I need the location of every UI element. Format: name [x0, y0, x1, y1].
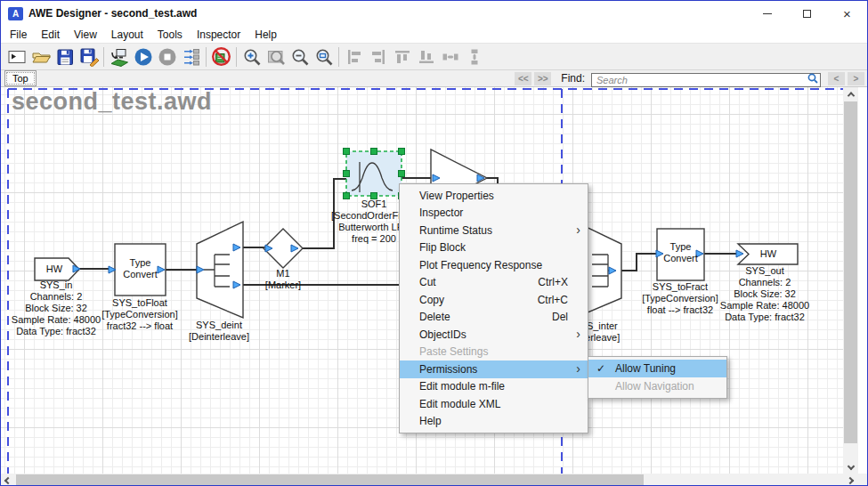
menu-item-edit-module-m-file[interactable]: Edit module m-file — [400, 378, 588, 396]
title-bar: A AWE Designer - second_test.awd × — [1, 1, 867, 26]
align-bottom-button[interactable] — [414, 45, 438, 69]
menu-item-plot-frequency-response[interactable]: Plot Frequency Response — [400, 256, 588, 274]
vertical-scrollbar[interactable] — [843, 87, 858, 474]
align-right-button[interactable] — [366, 45, 390, 69]
menu-item-delete[interactable]: DeleteDel — [400, 309, 588, 327]
zoom-in-icon — [242, 47, 262, 67]
scroll-right-button[interactable] — [843, 474, 857, 486]
submenu-arrow-icon: › — [576, 223, 580, 237]
zoom-in-button[interactable] — [239, 45, 264, 69]
zoom-window-button[interactable] — [312, 45, 336, 69]
menu-bar: File Edit View Layout Tools Inspector He… — [1, 26, 867, 43]
toolbar-separator — [338, 47, 339, 67]
menu-view[interactable]: View — [67, 28, 104, 41]
menu-edit[interactable]: Edit — [34, 28, 67, 41]
stop-icon — [158, 47, 177, 67]
toolbar-separator — [236, 47, 237, 67]
distribute-vertical-button[interactable] — [462, 45, 486, 69]
menu-item-paste-settings: Paste Settings — [400, 344, 588, 361]
scroll-up-button[interactable] — [843, 87, 858, 101]
zoom-window-icon — [314, 47, 334, 67]
check-icon: ✓ — [596, 362, 605, 375]
menu-item-flip-block[interactable]: Flip Block — [400, 239, 588, 257]
align-right-icon — [369, 47, 388, 67]
close-icon: × — [843, 7, 851, 20]
menu-item-permissions[interactable]: Permissions› — [400, 360, 588, 378]
menu-item-runtime-status[interactable]: Runtime Status› — [400, 222, 588, 239]
minimize-button[interactable] — [747, 1, 787, 26]
chevron-up-icon — [847, 92, 854, 99]
menu-tools[interactable]: Tools — [150, 28, 190, 41]
search-icon — [807, 73, 818, 84]
no-hardware-icon — [211, 46, 231, 67]
menu-item-cut[interactable]: CutCtrl+X — [400, 274, 588, 292]
minimize-icon — [763, 13, 772, 14]
submenu-arrow-icon: › — [576, 361, 580, 376]
toolbar-separator — [206, 47, 207, 67]
vertical-scroll-thumb[interactable] — [844, 101, 857, 443]
propagate-changes-button[interactable] — [179, 45, 203, 69]
menu-inspector[interactable]: Inspector — [190, 28, 247, 41]
menu-layout[interactable]: Layout — [104, 28, 150, 41]
search-input[interactable] — [591, 73, 821, 87]
menu-item-help[interactable]: Help — [400, 413, 588, 431]
toolbar — [1, 43, 867, 70]
save-as-icon — [79, 47, 99, 67]
open-file-button[interactable] — [28, 45, 53, 69]
save-button[interactable] — [53, 45, 77, 69]
menu-item-view-properties[interactable]: View Properties — [400, 187, 588, 205]
close-button[interactable]: × — [827, 1, 867, 26]
chevron-down-icon — [847, 463, 854, 470]
stop-button[interactable] — [155, 45, 179, 69]
save-as-button[interactable] — [77, 45, 101, 69]
tab-top[interactable]: Top — [4, 70, 37, 86]
right-margin — [858, 87, 867, 474]
find-prev-button[interactable]: < — [828, 72, 845, 85]
find-prev-all-button[interactable]: << — [515, 72, 531, 85]
align-top-button[interactable] — [390, 45, 414, 69]
zoom-fit-icon — [266, 47, 286, 67]
horizontal-scrollbar[interactable] — [1, 474, 867, 486]
align-left-icon — [345, 47, 364, 67]
submenu-arrow-icon: › — [576, 327, 580, 341]
menu-item-edit-module-xml[interactable]: Edit module XML — [400, 395, 588, 413]
permissions-submenu: ✓Allow Tuning Allow Navigation — [588, 356, 727, 399]
wire — [616, 254, 658, 271]
menu-item-copy[interactable]: CopyCtrl+C — [400, 291, 588, 309]
submenu-item-allow-tuning[interactable]: ✓Allow Tuning — [588, 360, 726, 377]
scroll-down-button[interactable] — [843, 459, 858, 474]
toolbar-separator — [103, 47, 104, 67]
open-file-icon — [31, 47, 51, 67]
chevron-left-icon — [4, 477, 12, 484]
app-window: A AWE Designer - second_test.awd × File … — [0, 0, 868, 486]
find-next-all-button[interactable]: >> — [534, 72, 551, 85]
find-label: Find: — [561, 72, 585, 85]
menu-item-objectids[interactable]: ObjectIDs› — [400, 326, 588, 344]
find-next-button[interactable]: > — [848, 72, 864, 85]
align-left-button[interactable] — [342, 45, 366, 69]
design-canvas[interactable]: second_test.awd HW TypeConvert TypeConve… — [1, 87, 843, 474]
canvas-title: second_test.awd — [12, 88, 212, 116]
app-logo-icon: A — [8, 7, 23, 20]
maximize-icon — [803, 10, 811, 18]
menu-file[interactable]: File — [3, 28, 34, 41]
save-icon — [55, 47, 75, 67]
find-row: Top << >> Find: < > — [1, 70, 867, 87]
menu-help[interactable]: Help — [247, 28, 284, 41]
distribute-horizontal-icon — [441, 47, 460, 67]
maximize-button[interactable] — [787, 1, 827, 26]
new-layout-icon — [7, 47, 27, 67]
new-layout-button[interactable] — [4, 45, 28, 69]
distribute-horizontal-button[interactable] — [438, 45, 462, 69]
submenu-item-allow-navigation: Allow Navigation — [588, 377, 726, 395]
zoom-fit-button[interactable] — [264, 45, 288, 69]
scroll-left-button[interactable] — [1, 474, 15, 486]
zoom-out-button[interactable] — [288, 45, 312, 69]
connect-target-button[interactable] — [107, 45, 131, 69]
block-sys-out[interactable] — [738, 244, 798, 264]
no-hardware-button[interactable] — [209, 45, 233, 69]
play-button[interactable] — [131, 45, 155, 69]
menu-item-inspector[interactable]: Inspector — [400, 205, 588, 223]
horizontal-scroll-thumb[interactable] — [16, 474, 644, 486]
connect-target-icon — [110, 47, 129, 67]
